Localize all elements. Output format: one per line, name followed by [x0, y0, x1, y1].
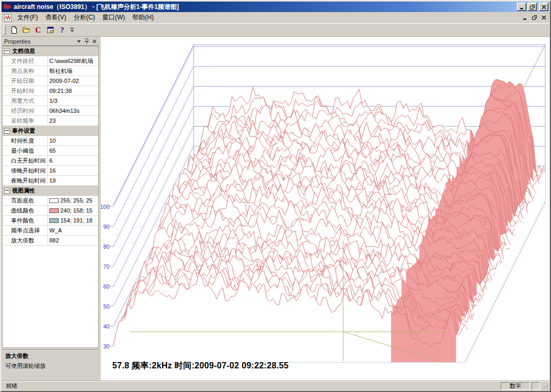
- property-row: 页面底色255; 255; 25: [3, 196, 98, 206]
- properties-button[interactable]: [44, 24, 56, 36]
- color-swatch[interactable]: [49, 208, 59, 213]
- minimize-button[interactable]: [517, 3, 526, 11]
- category-event-settings[interactable]: 事件设置: [3, 126, 98, 136]
- property-value[interactable]: 2009-07-02: [48, 76, 98, 86]
- y-tick-label: 70: [103, 263, 110, 270]
- property-value[interactable]: 16: [48, 166, 98, 175]
- property-label[interactable]: 傍晚开始时间: [3, 166, 48, 175]
- open-file-button[interactable]: [20, 24, 32, 36]
- collapse-icon[interactable]: [4, 128, 10, 134]
- property-row: 事件颜色154; 191; 18: [3, 216, 98, 226]
- property-value-text: 65: [49, 147, 56, 154]
- property-row: 测点名称栎社机场: [3, 66, 98, 76]
- property-value[interactable]: C:\awa6298\机场: [48, 56, 98, 66]
- category-doc-info[interactable]: 文档信息: [3, 46, 98, 56]
- minimize-icon: [523, 15, 527, 20]
- new-document-button[interactable]: [8, 24, 20, 36]
- property-row: 频率点选择W_A: [3, 226, 98, 236]
- menu-item-file[interactable]: 文件(F): [14, 12, 41, 23]
- property-value[interactable]: 06h34m13s: [48, 106, 98, 115]
- property-value[interactable]: 240; 158; 15: [48, 206, 98, 215]
- property-value[interactable]: 6: [48, 156, 98, 165]
- category-label: 视图属性: [12, 187, 35, 195]
- waterfall-chart[interactable]: 10090807060504030: [101, 37, 549, 380]
- mdi-close-button[interactable]: [539, 14, 548, 22]
- property-label[interactable]: 采样频率: [3, 116, 48, 125]
- property-label[interactable]: 测点名称: [3, 66, 48, 76]
- properties-panel-header[interactable]: Properties: [2, 37, 99, 46]
- close-icon: [542, 5, 546, 9]
- chart-area[interactable]: 10090807060504030 57.8 频率:2kHz 时间:2009-0…: [101, 37, 549, 380]
- toolbar-overflow-button[interactable]: [68, 24, 76, 36]
- property-value[interactable]: 栎社机场: [48, 66, 98, 76]
- property-grid-rows[interactable]: 文档信息文件路径C:\awa6298\机场测点名称栎社机场开始日期2009-07…: [2, 46, 99, 348]
- toolbar: C ?: [2, 23, 549, 37]
- minimize-icon: [520, 5, 524, 9]
- property-value[interactable]: 09:21:38: [48, 86, 98, 96]
- property-value[interactable]: 10: [48, 136, 98, 145]
- toolbar-grip[interactable]: [3, 25, 6, 35]
- panel-close-button[interactable]: [91, 38, 98, 45]
- property-label[interactable]: 频率点选择: [3, 226, 48, 235]
- status-bar: 就绪 数字: [2, 380, 549, 390]
- property-value[interactable]: 882: [48, 236, 98, 245]
- document-icon[interactable]: [4, 14, 12, 22]
- property-label[interactable]: 经历时间: [3, 106, 48, 115]
- property-row: 测量方式1/3: [3, 96, 98, 106]
- property-value-text: W_A: [49, 227, 62, 234]
- property-value[interactable]: 1/3: [48, 96, 98, 105]
- calibration-button[interactable]: C: [32, 24, 44, 36]
- property-label[interactable]: 白天开始时间: [3, 156, 48, 165]
- property-value[interactable]: 23: [48, 116, 98, 125]
- menu-item-window[interactable]: 窗口(W): [99, 12, 129, 23]
- properties-panel-title: Properties: [4, 38, 75, 45]
- property-label[interactable]: 最小阈值: [3, 146, 48, 155]
- property-label[interactable]: 页面底色: [3, 196, 48, 205]
- status-extra-pane: [532, 382, 540, 390]
- menu-item-analysis[interactable]: 分析(C): [70, 12, 99, 23]
- restore-icon: [530, 5, 535, 9]
- panel-pin-button[interactable]: [83, 38, 90, 45]
- property-value-text: 16: [49, 167, 56, 174]
- y-tick-label: 100: [101, 204, 110, 210]
- property-label[interactable]: 放大倍数: [3, 236, 48, 245]
- mdi-restore-button[interactable]: [530, 14, 539, 22]
- color-swatch[interactable]: [49, 218, 59, 223]
- property-label[interactable]: 时间长度: [3, 136, 48, 145]
- help-button[interactable]: ?: [56, 24, 68, 36]
- property-value-text: 23: [49, 118, 56, 124]
- collapse-icon[interactable]: [4, 48, 10, 54]
- property-value-text: 19: [49, 177, 56, 184]
- category-label: 事件设置: [12, 127, 35, 135]
- property-label[interactable]: 开始日期: [3, 76, 48, 86]
- category-view-props[interactable]: 视图属性: [3, 186, 98, 196]
- status-text: 就绪: [2, 382, 501, 390]
- menu-item-help[interactable]: 帮助(H): [129, 12, 157, 23]
- y-tick-label: 90: [103, 224, 110, 230]
- property-label[interactable]: 文件路径: [3, 56, 48, 66]
- property-value[interactable]: 65: [48, 146, 98, 155]
- restore-button[interactable]: [527, 3, 537, 11]
- open-folder-icon: [22, 26, 30, 34]
- color-swatch[interactable]: [49, 198, 59, 203]
- close-button[interactable]: [539, 3, 548, 11]
- collapse-icon[interactable]: [4, 188, 10, 194]
- property-label[interactable]: 事件颜色: [3, 216, 48, 225]
- property-value[interactable]: 154; 191; 18: [48, 216, 98, 225]
- y-axis-labels: 10090807060504030: [101, 204, 110, 349]
- status-num-indicator: 数字: [501, 382, 530, 390]
- title-bar[interactable]: aircraft noise（ISO3891） - [飞机噪声分析1-事件1频谱…: [2, 2, 549, 12]
- property-label[interactable]: 测量方式: [3, 96, 48, 105]
- waterfall-surface[interactable]: [113, 80, 545, 363]
- property-value[interactable]: 255; 255; 25: [48, 196, 98, 205]
- resize-grip[interactable]: [542, 383, 549, 390]
- menu-item-view[interactable]: 查看(V): [41, 12, 70, 23]
- property-label[interactable]: 开始时间: [3, 86, 48, 96]
- property-value[interactable]: 19: [48, 176, 98, 185]
- property-value[interactable]: W_A: [48, 226, 98, 235]
- mdi-minimize-button[interactable]: [521, 14, 529, 22]
- property-label[interactable]: 曲线颜色: [3, 206, 48, 215]
- property-label[interactable]: 夜晚开始时间: [3, 176, 48, 185]
- property-row: 放大倍数882: [3, 236, 98, 246]
- panel-menu-button[interactable]: [75, 38, 82, 45]
